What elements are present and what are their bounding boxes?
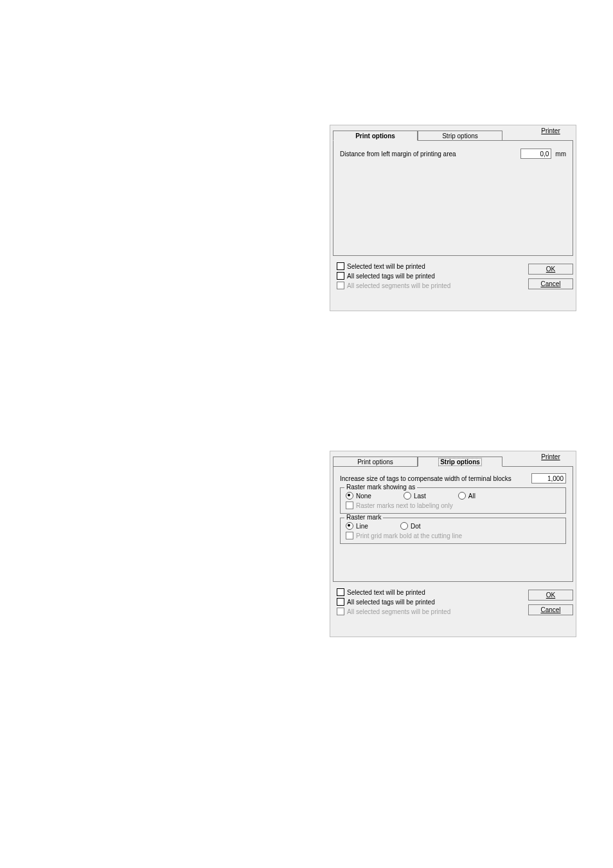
- distance-unit: mm: [555, 150, 566, 158]
- check-bold-grid-mark: Print grid mark bold at the cutting line: [346, 532, 560, 539]
- check-label: All selected tags will be printed: [347, 273, 435, 280]
- radio-dot[interactable]: Dot: [400, 522, 421, 530]
- printer-link[interactable]: Printer: [541, 453, 560, 460]
- checkbox-icon: [337, 272, 344, 280]
- tab-label: Print options: [357, 458, 393, 466]
- check-label: All selected tags will be printed: [347, 599, 435, 606]
- button-label: OK: [546, 592, 555, 599]
- check-label: Selected text will be printed: [347, 589, 425, 596]
- check-column: Selected text will be printed All select…: [333, 260, 524, 291]
- check-next-to-labeling: Raster marks next to labeling only: [346, 502, 560, 509]
- options-panel: Distance from left margin of printing ar…: [333, 140, 573, 256]
- radio-none[interactable]: None: [346, 492, 371, 500]
- check-label: All selected segments will be printed: [347, 282, 450, 289]
- button-label: Cancel: [540, 606, 560, 613]
- checkbox-icon: [346, 502, 353, 509]
- printer-link[interactable]: Printer: [541, 127, 560, 134]
- radio-label: None: [356, 493, 371, 500]
- radio-all[interactable]: All: [458, 492, 475, 500]
- distance-input[interactable]: [520, 149, 551, 159]
- radio-icon: [458, 492, 466, 500]
- print-dialog-strip-options: Print options Strip options Printer Incr…: [330, 451, 576, 637]
- radio-label: All: [468, 493, 475, 500]
- check-all-tags[interactable]: All selected tags will be printed: [337, 272, 520, 280]
- radio-last[interactable]: Last: [404, 492, 426, 500]
- checkbox-icon: [337, 608, 344, 615]
- distance-label: Distance from left margin of printing ar…: [340, 150, 520, 158]
- tab-strip-options[interactable]: Strip options: [418, 457, 502, 467]
- tab-print-options[interactable]: Print options: [333, 457, 418, 466]
- check-all-segments: All selected segments will be printed: [337, 282, 520, 289]
- increase-label: Increase size of tags to compensate widt…: [340, 475, 531, 482]
- radio-row: Line Dot: [346, 522, 560, 530]
- group-raster-mark: Raster mark Line Dot Print grid mark bol…: [340, 518, 566, 544]
- check-all-segments: All selected segments will be printed: [337, 608, 520, 615]
- radio-row: None Last All: [346, 492, 560, 500]
- ok-button[interactable]: OK: [528, 264, 573, 275]
- button-column: OK Cancel: [528, 260, 573, 291]
- check-label: Selected text will be printed: [347, 263, 425, 270]
- check-label: All selected segments will be printed: [347, 608, 450, 615]
- check-label: Print grid mark bold at the cutting line: [356, 532, 462, 539]
- checkbox-icon: [337, 282, 344, 289]
- options-panel: Increase size of tags to compensate widt…: [333, 466, 573, 582]
- check-label: Raster marks next to labeling only: [356, 502, 453, 509]
- cancel-button[interactable]: Cancel: [528, 604, 573, 615]
- checkbox-icon: [337, 588, 344, 596]
- button-label: OK: [546, 266, 555, 273]
- checkbox-icon: [337, 598, 344, 606]
- radio-label: Dot: [411, 523, 421, 530]
- group-legend: Raster mark: [344, 514, 383, 521]
- check-selected-text[interactable]: Selected text will be printed: [337, 588, 520, 596]
- increase-input[interactable]: [531, 473, 566, 484]
- side-column: Printer: [528, 453, 573, 460]
- radio-line[interactable]: Line: [346, 522, 368, 530]
- radio-icon: [346, 492, 353, 500]
- tab-label: Print options: [355, 132, 395, 140]
- check-column: Selected text will be printed All select…: [333, 586, 524, 617]
- ok-button[interactable]: OK: [528, 590, 573, 601]
- bottom-area: Selected text will be printed All select…: [333, 586, 573, 617]
- button-column: OK Cancel: [528, 586, 573, 617]
- checkbox-icon: [346, 532, 353, 539]
- group-legend: Raster mark showing as: [344, 484, 417, 491]
- side-column: Printer: [528, 127, 573, 134]
- checkbox-icon: [337, 262, 344, 270]
- tab-label: Strip options: [442, 132, 478, 140]
- tab-strip-options[interactable]: Strip options: [418, 131, 502, 140]
- radio-icon: [400, 522, 408, 530]
- bottom-area: Selected text will be printed All select…: [333, 260, 573, 291]
- radio-label: Last: [414, 493, 426, 500]
- tab-label: Strip options: [439, 458, 481, 466]
- check-all-tags[interactable]: All selected tags will be printed: [337, 598, 520, 606]
- print-dialog-print-options: Print options Strip options Printer Dist…: [330, 125, 576, 311]
- group-raster-showing: Raster mark showing as None Last All Ras…: [340, 487, 566, 514]
- cancel-button[interactable]: Cancel: [528, 278, 573, 289]
- radio-icon: [404, 492, 411, 500]
- radio-label: Line: [356, 523, 368, 530]
- tab-print-options[interactable]: Print options: [333, 131, 418, 141]
- radio-icon: [346, 522, 353, 530]
- button-label: Cancel: [540, 280, 560, 287]
- check-selected-text[interactable]: Selected text will be printed: [337, 262, 520, 270]
